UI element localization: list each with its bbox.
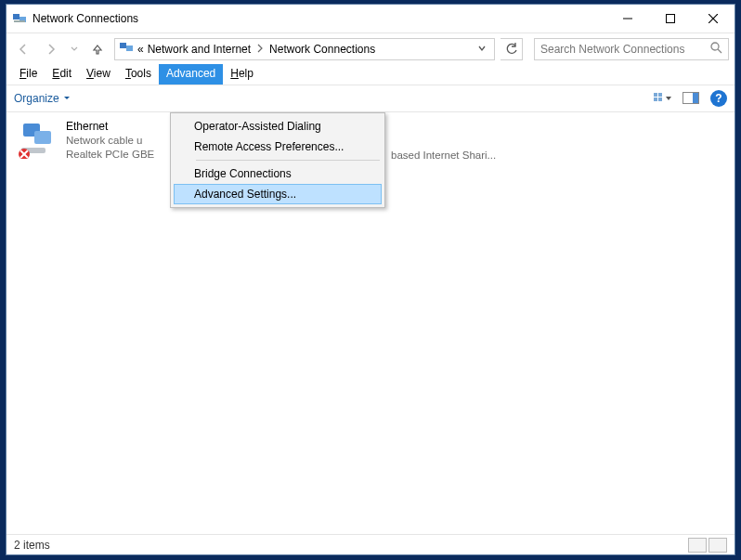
svg-rect-7 bbox=[120, 43, 126, 48]
large-icons-view-button[interactable] bbox=[708, 538, 727, 553]
forward-button[interactable] bbox=[40, 38, 62, 60]
menu-separator bbox=[196, 160, 380, 161]
search-icon bbox=[710, 42, 722, 57]
ethernet-status: Network cable u bbox=[66, 134, 154, 148]
organize-button[interactable]: Organize bbox=[14, 92, 71, 105]
menu-operator-assisted-dialing[interactable]: Operator-Assisted Dialing bbox=[174, 116, 382, 137]
back-button[interactable] bbox=[12, 38, 34, 60]
svg-rect-12 bbox=[658, 93, 662, 97]
view-options-button[interactable] bbox=[651, 88, 675, 109]
ethernet-labels: Ethernet Network cable u Realtek PCIe GB… bbox=[66, 120, 154, 162]
preview-pane-button[interactable] bbox=[679, 88, 703, 109]
menu-help[interactable]: Help bbox=[223, 64, 261, 85]
svg-rect-16 bbox=[693, 93, 698, 103]
svg-rect-13 bbox=[654, 98, 657, 101]
recent-dropdown[interactable] bbox=[68, 38, 81, 60]
svg-point-9 bbox=[711, 43, 719, 50]
close-button[interactable] bbox=[692, 5, 734, 33]
breadcrumb-seg-2[interactable]: Network Connections bbox=[269, 43, 375, 56]
svg-rect-14 bbox=[658, 98, 662, 101]
chevron-right-icon[interactable] bbox=[254, 43, 266, 56]
connection-item-other-fragment[interactable]: based Internet Shari... bbox=[391, 150, 496, 161]
svg-rect-8 bbox=[126, 46, 133, 51]
menu-tools[interactable]: Tools bbox=[118, 64, 159, 85]
menu-bridge-connections[interactable]: Bridge Connections bbox=[174, 163, 382, 184]
search-placeholder: Search Network Connections bbox=[540, 43, 710, 56]
status-bar: 2 items bbox=[6, 534, 734, 554]
maximize-button[interactable] bbox=[649, 5, 692, 33]
titlebar: Network Connections bbox=[6, 5, 734, 33]
search-box[interactable]: Search Network Connections bbox=[534, 38, 729, 60]
details-view-button[interactable] bbox=[688, 538, 707, 553]
refresh-button[interactable] bbox=[500, 38, 523, 60]
app-icon bbox=[12, 11, 27, 26]
breadcrumb-seg-1[interactable]: Network and Internet bbox=[148, 43, 251, 56]
organize-label: Organize bbox=[14, 92, 59, 105]
help-button[interactable]: ? bbox=[710, 90, 727, 107]
menu-edit[interactable]: Edit bbox=[45, 64, 79, 85]
address-bar-row: « Network and Internet Network Connectio… bbox=[6, 33, 734, 64]
menu-view[interactable]: View bbox=[79, 64, 118, 85]
status-item-count: 2 items bbox=[14, 539, 50, 552]
svg-rect-4 bbox=[667, 15, 675, 23]
ethernet-icon bbox=[18, 120, 57, 159]
menu-bar: File Edit View Tools Advanced Help bbox=[6, 64, 734, 85]
svg-rect-18 bbox=[34, 131, 51, 144]
up-button[interactable] bbox=[86, 38, 109, 60]
svg-rect-11 bbox=[654, 93, 657, 97]
ethernet-name: Ethernet bbox=[66, 120, 154, 134]
window-frame: Network Connections « Netw bbox=[6, 4, 735, 555]
advanced-dropdown-menu: Operator-Assisted Dialing Remote Access … bbox=[170, 112, 385, 208]
breadcrumb-prefix: « bbox=[137, 43, 144, 56]
minimize-button[interactable] bbox=[606, 5, 649, 33]
toolbar: Organize ? bbox=[6, 85, 734, 112]
menu-advanced-settings[interactable]: Advanced Settings... bbox=[174, 184, 382, 204]
menu-file[interactable]: File bbox=[12, 64, 45, 85]
menu-remote-access-preferences[interactable]: Remote Access Preferences... bbox=[174, 137, 382, 157]
ethernet-adapter: Realtek PCIe GBE bbox=[66, 148, 154, 162]
svg-line-10 bbox=[718, 49, 722, 53]
svg-rect-2 bbox=[14, 20, 25, 22]
breadcrumb-history-dropdown[interactable] bbox=[477, 43, 490, 56]
content-area: Ethernet Network cable u Realtek PCIe GB… bbox=[6, 112, 734, 534]
menu-advanced[interactable]: Advanced bbox=[159, 64, 223, 85]
location-icon bbox=[119, 40, 134, 58]
window-title: Network Connections bbox=[32, 12, 138, 25]
view-mode-icons bbox=[688, 538, 727, 553]
address-box[interactable]: « Network and Internet Network Connectio… bbox=[114, 38, 495, 60]
svg-rect-0 bbox=[13, 14, 20, 20]
